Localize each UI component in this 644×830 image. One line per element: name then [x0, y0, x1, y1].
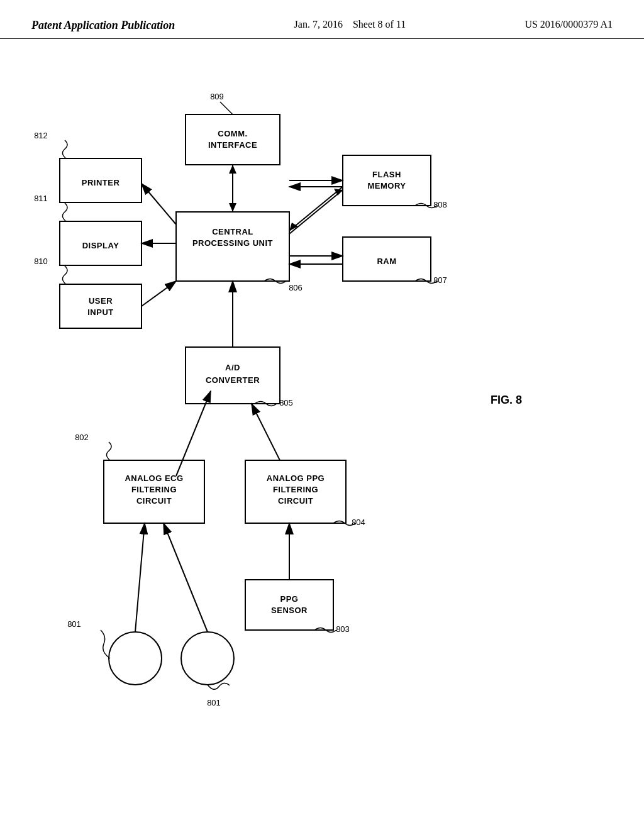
svg-marker-49 — [229, 165, 236, 174]
svg-line-65 — [252, 404, 280, 460]
svg-text:CIRCUIT: CIRCUIT — [278, 496, 313, 506]
svg-text:801: 801 — [207, 698, 221, 707]
svg-text:FILTERING: FILTERING — [273, 485, 318, 494]
svg-text:CENTRAL: CENTRAL — [212, 227, 253, 236]
svg-text:INPUT: INPUT — [87, 307, 114, 317]
svg-line-55 — [289, 180, 343, 231]
svg-text:SENSOR: SENSOR — [271, 606, 308, 615]
block-diagram: COMM. INTERFACE 809 CENTRAL PROCESSING U… — [0, 39, 644, 812]
svg-line-67 — [164, 523, 208, 632]
svg-rect-22 — [60, 284, 142, 328]
header-patent: US 2016/0000379 A1 — [525, 19, 613, 30]
svg-text:807: 807 — [433, 275, 447, 285]
svg-text:802: 802 — [75, 433, 89, 442]
svg-text:806: 806 — [289, 283, 303, 292]
diagram-area: COMM. INTERFACE 809 CENTRAL PROCESSING U… — [0, 39, 644, 812]
svg-line-60 — [142, 184, 176, 224]
svg-text:USER: USER — [89, 296, 113, 306]
svg-line-3 — [220, 102, 233, 114]
svg-point-44 — [109, 632, 162, 685]
svg-text:INTERFACE: INTERFACE — [208, 140, 257, 150]
svg-text:812: 812 — [34, 131, 48, 140]
svg-text:CIRCUIT: CIRCUIT — [136, 496, 172, 506]
svg-text:PRINTER: PRINTER — [82, 178, 120, 187]
svg-text:809: 809 — [210, 92, 224, 101]
svg-text:PPG: PPG — [280, 594, 299, 604]
svg-rect-40 — [245, 580, 333, 630]
header-date: Jan. 7, 2016 — [294, 19, 343, 30]
svg-text:801: 801 — [67, 619, 81, 629]
page-header: Patent Application Publication Jan. 7, 2… — [0, 0, 644, 39]
svg-text:FILTERING: FILTERING — [131, 485, 177, 494]
svg-text:PROCESSING UNIT: PROCESSING UNIT — [192, 238, 273, 248]
header-sheet: Sheet 8 of 11 — [353, 19, 406, 30]
svg-text:DISPLAY: DISPLAY — [82, 241, 119, 250]
svg-text:ANALOG ECG: ANALOG ECG — [125, 473, 183, 483]
svg-line-62 — [142, 281, 176, 306]
svg-marker-50 — [229, 203, 236, 212]
svg-text:804: 804 — [352, 517, 365, 527]
svg-text:A/D: A/D — [225, 363, 240, 372]
svg-line-53 — [289, 187, 343, 231]
svg-text:CONVERTER: CONVERTER — [206, 375, 260, 385]
svg-rect-9 — [343, 155, 431, 206]
svg-text:810: 810 — [34, 257, 48, 266]
header-title: Patent Application Publication — [31, 19, 175, 32]
svg-text:805: 805 — [279, 398, 293, 407]
fig-label: FIG. 8 — [491, 394, 522, 406]
header-center: Jan. 7, 2016 Sheet 8 of 11 — [294, 19, 406, 30]
svg-text:RAM: RAM — [377, 257, 396, 266]
svg-rect-0 — [186, 114, 280, 165]
svg-text:811: 811 — [34, 194, 48, 203]
svg-line-66 — [135, 523, 145, 632]
svg-text:ANALOG PPG: ANALOG PPG — [267, 473, 325, 483]
svg-point-45 — [181, 632, 234, 685]
svg-line-51 — [289, 190, 343, 234]
svg-text:MEMORY: MEMORY — [367, 181, 406, 191]
svg-text:803: 803 — [336, 624, 350, 634]
svg-text:FLASH: FLASH — [372, 170, 401, 179]
svg-text:COMM.: COMM. — [218, 129, 247, 138]
svg-text:808: 808 — [433, 200, 447, 209]
